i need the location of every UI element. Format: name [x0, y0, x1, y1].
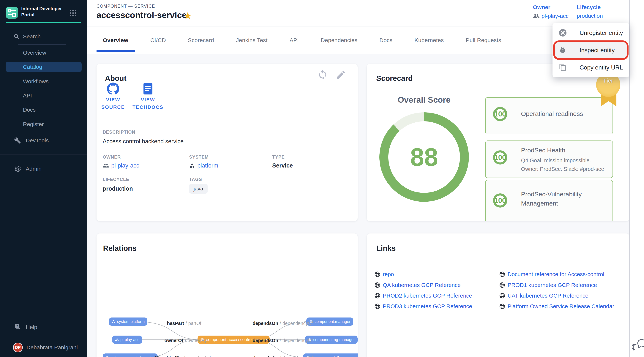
sidebar-divider [18, 132, 66, 132]
globe-icon [499, 271, 505, 278]
entity-context-menu: Unregister entity Inspect entity Copy en… [552, 23, 629, 77]
scorecard-badge: 100 ProdSec Health Q4 Goal, mission impo… [485, 140, 613, 178]
tag-chip[interactable]: java [189, 184, 208, 194]
page-title: accesscontrol-service [96, 10, 186, 20]
tab-dependencies[interactable]: Dependencies [321, 37, 358, 44]
tab-cicd[interactable]: CI/CD [150, 37, 166, 44]
tab-scorecard[interactable]: Scorecard [188, 37, 214, 44]
view-techdocs-link[interactable]: VIEW TECHDOCS [129, 96, 166, 111]
edge-label: apiProvidedBy/providesApi [148, 356, 212, 357]
tab-docs[interactable]: Docs [380, 37, 392, 44]
sidebar-item-devtools[interactable]: DevTools [0, 135, 87, 146]
scorecard-title: Scorecard [376, 74, 413, 82]
overall-score-value: 88 [380, 112, 469, 202]
tier-medal-text: Tier [603, 78, 613, 97]
github-icon [107, 82, 119, 96]
system-field-label: SYSTEM [189, 154, 209, 160]
links-title: Links [376, 244, 396, 252]
description-value: Access control backend service [103, 138, 184, 145]
api-puzzle-icon [106, 356, 109, 357]
user-avatar[interactable]: DP [13, 343, 23, 352]
link-prod2-kubernetes[interactable]: PROD2 kubernetes GCP Reference [374, 292, 472, 299]
sidebar-accent-divider [6, 22, 81, 23]
sidebar-item-overview[interactable]: Overview [0, 48, 87, 58]
sidebar-item-docs[interactable]: Docs [0, 104, 87, 115]
badge-title: Operational readiness [521, 109, 610, 118]
type-field-label: TYPE [272, 154, 285, 160]
badge-score-ring: 100 [493, 194, 507, 208]
link-release-calendar[interactable]: Platform Owned Service Release Calendar [499, 303, 614, 310]
globe-icon [374, 292, 380, 299]
system-field-link[interactable]: platform [189, 162, 218, 169]
unregister-circle-x-icon [558, 29, 567, 37]
system-icon [189, 163, 195, 168]
sidebar-item-api[interactable]: API [0, 90, 87, 101]
menu-item-unregister-entity[interactable]: Unregister entity [552, 24, 629, 42]
refresh-icon[interactable] [317, 70, 328, 81]
link-qa-kubernetes[interactable]: QA kubernetes GCP Reference [374, 282, 461, 288]
globe-icon [499, 292, 505, 299]
group-icon [115, 338, 119, 342]
sidebar-divider [18, 44, 66, 45]
link-uat-kubernetes[interactable]: UAT kubernetes GCP Reference [499, 292, 588, 299]
lifecycle-field-label: LIFECYCLE [103, 177, 129, 182]
type-field-value: Service [272, 162, 293, 169]
menu-item-copy-entity-url[interactable]: Copy entity URL [552, 58, 629, 76]
about-card: About VIEW SOURCE VIEW TECHDOCS DE [96, 64, 358, 221]
edit-pencil-icon[interactable] [336, 70, 346, 81]
breadcrumb: COMPONENT — SERVICE [96, 4, 155, 9]
badge-subtitle: Q4 Goal, mission impossible. Owner: Prod… [521, 156, 605, 173]
portal-logo-icon[interactable] [6, 7, 18, 19]
apps-grid-icon[interactable] [69, 9, 77, 18]
help-chat-icon: ? [14, 324, 22, 331]
description-label: DESCRIPTION [103, 130, 135, 135]
owner-field-link[interactable]: pl-play-acc [103, 162, 139, 169]
link-prod3-kubernetes[interactable]: PROD3 kubernetes GCP Reference [374, 303, 472, 310]
sidebar-item-workflows[interactable]: Workflows [0, 76, 87, 87]
copy-icon [558, 64, 567, 71]
tab-pull-requests[interactable]: Pull Requests [466, 37, 501, 44]
sidebar-item-catalog[interactable]: Catalog [0, 62, 87, 72]
links-card: Links repo QA kubernetes GCP Reference P… [367, 234, 630, 357]
tags-field-label: TAGS [189, 177, 202, 182]
owner-field-label: OWNER [103, 154, 121, 160]
edge-label: dependsOn/dependencyOf [251, 338, 314, 343]
tab-api[interactable]: API [290, 37, 299, 44]
link-prod1-kubernetes[interactable]: PROD1 kubernetes GCP Reference [499, 282, 597, 288]
edge-label: hasPart/partOf [152, 321, 216, 326]
tab-jenkins-test[interactable]: Jenkins Test [236, 37, 268, 44]
logo-glyph [6, 7, 18, 19]
relation-node-pl-play-acc[interactable]: pl-play-acc [112, 336, 142, 344]
overall-score-gauge: 88 [380, 112, 469, 202]
globe-icon [374, 303, 380, 310]
globe-icon [374, 282, 380, 288]
sidebar-item-label: Search [23, 33, 40, 40]
entity-header: COMPONENT — SERVICE accesscontrol-servic… [87, 0, 644, 26]
tab-kubernetes[interactable]: Kubernetes [414, 37, 444, 44]
view-source-link[interactable]: VIEW SOURCE [98, 96, 128, 111]
sidebar-item-search[interactable]: Search [0, 31, 87, 42]
portal-title: Internal Developer Portal [21, 6, 68, 18]
tab-overview[interactable]: Overview [103, 37, 128, 44]
scorecard-badge: 100 Operational readiness [485, 97, 613, 134]
sidebar-item-admin[interactable]: Admin [0, 164, 87, 174]
link-repo[interactable]: repo [374, 271, 394, 278]
sidebar-item-register[interactable]: Register [0, 119, 87, 130]
sidebar-item-help[interactable]: ? Help [0, 322, 87, 332]
scrollbar-gutter[interactable] [629, 0, 644, 357]
chat-feedback-icon[interactable] [632, 337, 644, 354]
link-doc-reference[interactable]: Document reference for Access-control [499, 271, 604, 278]
owner-link[interactable]: pl-play-acc [533, 13, 568, 20]
user-name[interactable]: Debabrata Panigrahi [26, 344, 78, 351]
favorite-star-icon[interactable] [183, 12, 192, 21]
globe-icon [374, 271, 380, 278]
badge-title: ProdSec-Vulnerability Management [521, 190, 610, 208]
menu-item-inspect-entity[interactable]: Inspect entity [554, 41, 628, 59]
search-icon [14, 33, 20, 40]
edge-label: dependsOn/dependencyOf [251, 321, 314, 326]
lifecycle-label: Lifecycle [577, 4, 600, 10]
group-icon [103, 162, 109, 169]
wrench-icon [14, 137, 21, 144]
badge-score-ring: 100 [493, 107, 507, 121]
relation-node-system-platform[interactable]: system:platform [109, 318, 148, 326]
